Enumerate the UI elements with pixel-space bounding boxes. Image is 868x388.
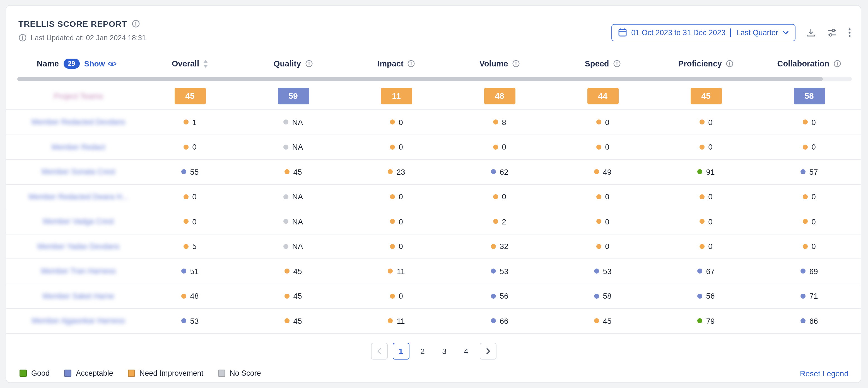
legend-swatch — [128, 369, 135, 377]
member-name-link[interactable]: Member Saket Harne — [43, 292, 114, 300]
column-header-quality[interactable]: Quality — [242, 59, 345, 68]
score-dot — [699, 120, 704, 125]
page: TRELLIS SCORE REPORT Last Updated at: 02… — [0, 0, 868, 388]
score-dot — [388, 319, 393, 324]
score-dot — [181, 294, 186, 299]
score-cell: 11 — [345, 317, 448, 326]
info-icon[interactable] — [833, 60, 841, 67]
score-dot — [596, 219, 601, 224]
score-dot — [183, 194, 188, 199]
more-options-kebab-button[interactable] — [847, 27, 852, 38]
header-left: TRELLIS SCORE REPORT Last Updated at: 02… — [19, 19, 146, 42]
score-chip[interactable]: 45 — [174, 87, 206, 104]
team-name-link[interactable]: Project Teams — [54, 91, 103, 100]
last-updated-info-icon — [19, 33, 27, 42]
show-link[interactable]: Show — [84, 59, 117, 68]
score-value: 0 — [399, 242, 403, 251]
info-icon[interactable] — [613, 60, 621, 67]
score-chip[interactable]: 59 — [278, 87, 309, 104]
reset-legend-link[interactable]: Reset Legend — [800, 369, 848, 378]
score-cell: 0 — [757, 192, 861, 201]
pagination-next-button[interactable] — [479, 342, 496, 359]
score-value: 0 — [605, 118, 610, 127]
date-range-picker[interactable]: 01 Oct 2023 to 31 Dec 2023 Last Quarter — [611, 24, 796, 41]
sort-icon[interactable] — [203, 59, 208, 68]
info-icon[interactable] — [305, 60, 313, 67]
pagination-page-4[interactable]: 4 — [458, 342, 474, 359]
settings-sliders-button[interactable] — [826, 27, 838, 38]
member-name-link[interactable]: Member Vadga Crest — [43, 217, 114, 226]
column-header-speed[interactable]: Speed — [551, 59, 654, 68]
legend-item-good[interactable]: Good — [20, 369, 50, 378]
member-name-link[interactable]: Member Yadav Devdans — [37, 242, 120, 251]
summary-score-cell: 44 — [551, 87, 654, 104]
horizontal-scrollbar-thumb[interactable] — [17, 77, 823, 81]
score-cell: 56 — [654, 292, 757, 301]
column-header-volume[interactable]: Volume — [448, 59, 551, 68]
score-cell: 0 — [345, 292, 448, 301]
score-cell: 0 — [757, 242, 861, 251]
score-dot — [596, 244, 601, 249]
score-dot — [493, 120, 498, 125]
member-name-link[interactable]: Member Sonata Crest — [41, 168, 115, 176]
column-header-overall[interactable]: Overall — [138, 59, 242, 68]
title-info-icon[interactable] — [131, 20, 140, 28]
horizontal-scrollbar-track — [17, 77, 852, 81]
member-name-link[interactable]: Member Ajgaonkar Harness — [32, 317, 125, 325]
score-value: 32 — [500, 242, 508, 251]
score-value: 91 — [706, 168, 715, 176]
score-dot — [183, 145, 188, 150]
score-cell: 0 — [757, 143, 861, 152]
pagination-prev-button[interactable] — [371, 342, 388, 359]
score-cell: NA — [242, 118, 345, 127]
score-chip[interactable]: 58 — [794, 87, 825, 104]
score-chip[interactable]: 48 — [484, 87, 515, 104]
score-cell: 56 — [448, 292, 551, 301]
score-dot — [699, 219, 704, 224]
column-header-collaboration[interactable]: Collaboration — [757, 59, 861, 68]
score-value: 0 — [708, 242, 713, 251]
score-dot — [493, 219, 498, 224]
score-dot — [491, 294, 496, 299]
pagination-page-1[interactable]: 1 — [393, 342, 409, 359]
score-dot — [697, 269, 702, 274]
score-chip[interactable]: 11 — [381, 87, 412, 104]
score-value: 0 — [708, 217, 713, 226]
score-cell: 0 — [757, 217, 861, 226]
legend-item-need-improvement[interactable]: Need Improvement — [128, 369, 204, 378]
score-cell: 2 — [448, 217, 551, 226]
score-cell: NA — [242, 143, 345, 152]
score-cell: 45 — [242, 292, 345, 301]
score-dot — [594, 170, 599, 175]
legend-item-acceptable[interactable]: Acceptable — [64, 369, 113, 378]
score-cell: 5 — [138, 242, 242, 251]
score-dot — [284, 294, 289, 299]
member-name-link[interactable]: Member Redact — [52, 143, 105, 151]
member-name-link[interactable]: Member Tran Harness — [41, 267, 116, 275]
column-header-impact[interactable]: Impact — [345, 59, 448, 68]
info-icon[interactable] — [726, 60, 734, 67]
info-icon[interactable] — [407, 60, 415, 67]
member-name-link[interactable]: Member Redacted Devdans — [32, 118, 125, 126]
score-dot — [390, 219, 395, 224]
pagination-page-2[interactable]: 2 — [414, 342, 431, 359]
column-header-label: Collaboration — [777, 59, 830, 68]
score-dot — [388, 170, 393, 175]
download-button[interactable] — [805, 27, 817, 38]
score-dot — [390, 244, 395, 249]
column-header-proficiency[interactable]: Proficiency — [654, 59, 757, 68]
legend-item-no-score[interactable]: No Score — [218, 369, 261, 378]
score-chip[interactable]: 44 — [587, 87, 618, 104]
pagination-pages: 1234 — [393, 342, 474, 359]
score-value: 11 — [397, 317, 405, 326]
last-updated-text: Last Updated at: 02 Jan 2024 18:31 — [31, 33, 146, 42]
row-count-badge: 29 — [63, 59, 80, 69]
score-dot — [596, 194, 601, 199]
info-icon[interactable] — [512, 60, 520, 67]
score-chip[interactable]: 45 — [690, 87, 721, 104]
score-cell: 48 — [138, 292, 242, 301]
score-cell: 0 — [345, 217, 448, 226]
pagination-page-3[interactable]: 3 — [436, 342, 453, 359]
member-name-link[interactable]: Member Redacted Dwara H... — [28, 192, 128, 201]
table-row: Member Redact0NA00000 — [6, 135, 861, 160]
